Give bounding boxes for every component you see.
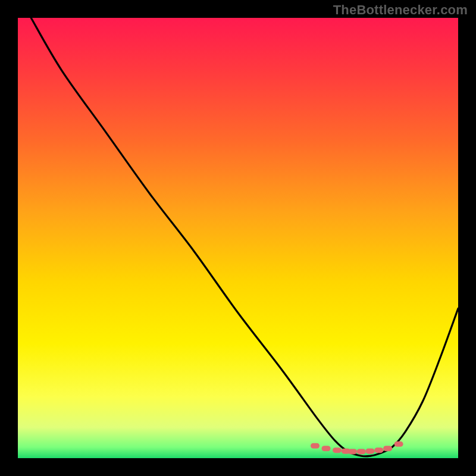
marker-dot [333, 447, 342, 453]
marker-dot [311, 443, 320, 449]
attribution-text: TheBottlenecker.com [333, 2, 468, 18]
marker-dot [348, 449, 357, 454]
marker-dot [383, 446, 392, 451]
chart-stage: TheBottlenecker.com [0, 0, 476, 476]
plot-background [18, 18, 458, 458]
marker-dot [394, 441, 403, 447]
marker-dot [357, 449, 366, 454]
marker-dot [322, 446, 331, 451]
chart-svg [0, 0, 476, 476]
marker-dot [366, 449, 375, 454]
marker-dot [374, 447, 383, 453]
